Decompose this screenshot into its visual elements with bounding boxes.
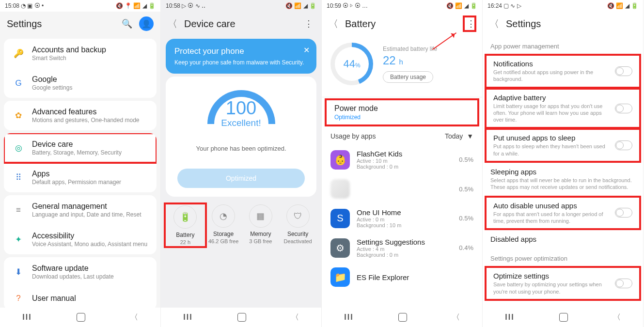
app-percent: 0.5% xyxy=(459,186,473,193)
nav-recent-icon[interactable]: III xyxy=(344,313,353,322)
nav-home-icon[interactable] xyxy=(398,313,407,322)
app-active: Active : 10 m xyxy=(357,158,452,164)
search-icon[interactable]: 🔍 xyxy=(122,18,132,29)
toggle-item[interactable]: Put unused apps to sleep Put apps to sle… xyxy=(486,129,640,162)
app-item[interactable]: 📁 ES File Explorer xyxy=(322,263,482,292)
nav-home-icon[interactable] xyxy=(237,313,246,322)
app-item[interactable]: 👶 FlashGet Kids Active : 10 m Background… xyxy=(322,145,482,174)
statusbar: 10:59 ⦿ ▷ ⦿ … 🔇 📶 ◢ 🔋 xyxy=(322,0,482,12)
settings-item[interactable]: ⠿ Apps Default apps, Permission manager xyxy=(4,163,157,192)
avatar[interactable]: 👤 xyxy=(139,16,154,31)
item-title: Device care xyxy=(32,140,122,149)
nav-recent-icon[interactable]: III xyxy=(505,313,514,322)
nav-back-icon[interactable]: 〈 xyxy=(291,312,299,323)
toggle-text: Auto disable unused apps For apps that a… xyxy=(493,202,609,225)
nav-back-icon[interactable]: 〈 xyxy=(130,312,138,323)
item-title: Software update xyxy=(32,264,114,273)
settings-item[interactable]: G Google Google settings xyxy=(4,68,157,98)
today-dropdown[interactable]: Today ▼ xyxy=(445,132,473,140)
settings-item[interactable]: 🔑 Accounts and backup Smart Switch xyxy=(4,39,157,68)
page-title: Settings xyxy=(7,18,122,30)
phone-battery: 10:59 ⦿ ▷ ⦿ … 🔇 📶 ◢ 🔋 〈 Battery ⋮ 44% Es… xyxy=(322,0,483,327)
power-mode-title: Power mode xyxy=(334,104,470,113)
back-icon[interactable]: 〈 xyxy=(168,17,179,31)
device-care-icon: ◎ xyxy=(11,143,26,153)
toggle-switch[interactable] xyxy=(615,208,632,218)
toggle-title: Disabled apps xyxy=(490,235,635,243)
accessibility-icon: ✦ xyxy=(11,234,26,245)
item-title: Accessibility xyxy=(32,232,147,240)
statusbar: 16:24 ▢ ∿ ▷ 🔇 📶 ◢ 🔋 xyxy=(483,0,643,12)
page-title: Settings xyxy=(506,18,636,30)
toggle-subtitle: Limit battery usage for apps that you do… xyxy=(493,103,609,124)
settings-item[interactable]: ✦ Accessibility Voice Assistant, Mono au… xyxy=(4,225,157,254)
toggle-switch[interactable] xyxy=(615,104,632,113)
statusbar: 10:58 ▷ ⦿ ∿ ‥ 🔇 📶 ◢ 🔋 xyxy=(161,0,321,12)
status-time: 10:59 xyxy=(327,2,341,9)
toggle-item[interactable]: Auto disable unused apps For apps that a… xyxy=(486,197,640,230)
toggle-switch[interactable] xyxy=(615,66,632,76)
toggle-item[interactable]: Optimize settings Save battery by optimi… xyxy=(486,267,640,300)
app-background: Background : 10 m xyxy=(357,222,452,228)
toggle-item[interactable]: Disabled apps xyxy=(483,230,643,248)
app-background: Background : 0 m xyxy=(357,164,452,170)
care-col-label: Storage xyxy=(205,231,242,237)
toggle-switch[interactable] xyxy=(615,279,632,288)
item-subtitle: Smart Switch xyxy=(32,55,106,62)
settings-item[interactable]: ⬇ Software update Download updates, Last… xyxy=(4,257,157,287)
settings-text: Accounts and backup Smart Switch xyxy=(32,46,106,62)
back-icon[interactable]: 〈 xyxy=(489,17,501,31)
power-mode-item[interactable]: Power mode Optimized xyxy=(326,99,478,125)
usage-by-apps-row: Usage by apps Today ▼ xyxy=(322,127,482,145)
toggle-text: Sleeping apps Select apps that will neve… xyxy=(490,168,635,191)
app-icon: 📁 xyxy=(330,267,350,287)
toggle-item[interactable]: Notifications Get notified about apps us… xyxy=(486,55,640,88)
status-icons-right: 🔇 📶 ◢ 🔋 xyxy=(607,2,638,9)
toggle-switch[interactable] xyxy=(615,140,632,150)
care-column-storage[interactable]: ◔ Storage 46.2 GB free xyxy=(205,204,242,246)
toggle-title: Put unused apps to sleep xyxy=(493,134,609,142)
settings-item[interactable]: ◎ Device care Battery, Storage, Memory, … xyxy=(4,133,157,163)
care-col-value: 46.2 GB free xyxy=(205,238,242,244)
item-title: User manual xyxy=(32,294,76,303)
nav-home-icon[interactable] xyxy=(77,313,85,322)
app-item[interactable]: ⚙ Settings Suggestions Active : 4 m Back… xyxy=(322,233,482,263)
estimated-value: 22 h xyxy=(383,54,473,67)
toggle-item[interactable]: Adaptive battery Limit battery usage for… xyxy=(486,89,640,128)
nav-home-icon[interactable] xyxy=(559,313,568,322)
toggle-item[interactable]: Sleeping apps Select apps that will neve… xyxy=(483,163,643,196)
nav-back-icon[interactable]: 〈 xyxy=(613,312,621,323)
care-column-battery[interactable]: 🔋 Battery 22 h xyxy=(165,203,206,247)
app-icon: ⚙ xyxy=(330,238,350,258)
security-banner[interactable]: Protect your phone Keep your phone safe … xyxy=(166,39,316,74)
app-item[interactable]: S One UI Home Active : 0 m Background : … xyxy=(322,203,482,233)
settings-item[interactable]: ? User manual xyxy=(4,287,157,308)
toggle-text: Optimize settings Save battery by optimi… xyxy=(493,272,609,295)
settings-item[interactable]: ≡ General management Language and input,… xyxy=(4,195,157,225)
care-message: Your phone has been optimized. xyxy=(173,145,310,152)
nav-recent-icon[interactable]: III xyxy=(22,313,31,322)
person-icon: 👤 xyxy=(141,19,151,29)
back-icon[interactable]: 〈 xyxy=(329,17,340,31)
care-column-security[interactable]: 🛡 Security Deactivated xyxy=(279,204,316,246)
more-icon[interactable]: ⋮ xyxy=(303,18,314,29)
care-column-memory[interactable]: ▦ Memory 3 GB free xyxy=(242,204,280,246)
optimize-button[interactable]: Optimized xyxy=(177,169,305,188)
settings-item[interactable]: ✿ Advanced features Motions and gestures… xyxy=(4,101,157,130)
battery-usage-button[interactable]: Battery usage xyxy=(383,71,433,83)
item-subtitle: Google settings xyxy=(32,84,72,91)
toggle-text: Disabled apps xyxy=(490,235,635,243)
more-icon[interactable]: ⋮ xyxy=(464,16,475,31)
settings-group: ✿ Advanced features Motions and gestures… xyxy=(4,101,157,130)
nav-recent-icon[interactable]: III xyxy=(183,313,192,322)
app-title: Settings Suggestions xyxy=(357,238,452,246)
nav-back-icon[interactable]: 〈 xyxy=(452,312,460,323)
navbar: III 〈 xyxy=(0,308,160,327)
toggle-subtitle: For apps that aren't used for a longer p… xyxy=(493,211,609,225)
item-subtitle: Language and input, Date and time, Reset xyxy=(32,211,141,218)
app-item[interactable]: 0.5% xyxy=(322,174,482,203)
close-icon[interactable]: ✕ xyxy=(303,46,310,55)
app-active: Active : 4 m xyxy=(357,246,452,252)
toggle-subtitle: Get notified about apps using power in t… xyxy=(493,69,609,83)
header: 〈 Battery ⋮ xyxy=(322,12,482,36)
